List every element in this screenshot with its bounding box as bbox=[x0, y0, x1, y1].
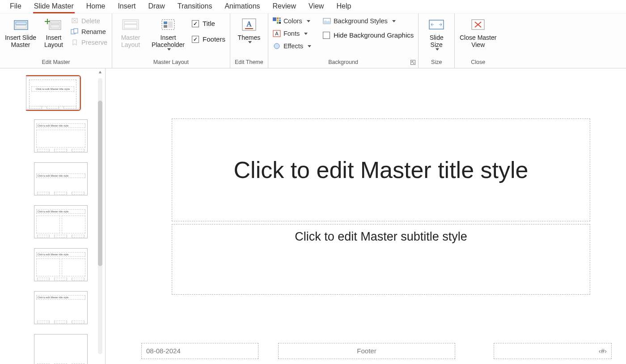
rename-button[interactable]: Rename bbox=[71, 28, 107, 36]
svg-rect-1 bbox=[16, 22, 26, 25]
background-styles-label: Background Styles bbox=[334, 17, 388, 25]
thumbnail-title-text: Click to edit Master title style bbox=[36, 209, 85, 214]
svg-rect-30 bbox=[279, 22, 281, 24]
svg-rect-18 bbox=[164, 25, 167, 28]
thumbnail-layout[interactable]: Click to edit Master title style bbox=[34, 162, 88, 195]
group-edit-master: Insert Slide Master Insert Layout Delete bbox=[0, 13, 112, 68]
svg-rect-4 bbox=[51, 22, 59, 24]
insert-placeholder-icon bbox=[159, 17, 177, 32]
tab-help[interactable]: Help bbox=[330, 0, 357, 13]
tab-animations[interactable]: Animations bbox=[218, 0, 266, 13]
date-placeholder[interactable]: 08-08-2024 bbox=[141, 343, 258, 359]
effects-icon bbox=[273, 42, 281, 50]
themes-label: Themes bbox=[238, 34, 261, 41]
effects-label: Effects bbox=[283, 42, 303, 50]
svg-rect-5 bbox=[51, 25, 59, 28]
group-close: Close Master View Close bbox=[455, 13, 501, 68]
insert-placeholder-button[interactable]: Insert Placeholder bbox=[149, 16, 187, 51]
checkbox-icon bbox=[192, 20, 199, 27]
effects-button[interactable]: Effects bbox=[273, 42, 311, 50]
hide-background-graphics-label: Hide Background Graphics bbox=[334, 31, 414, 39]
thumbnails-pane: Click to edit Master title style Click t… bbox=[0, 68, 106, 364]
checkbox-icon bbox=[192, 36, 199, 43]
delete-button: Delete bbox=[71, 17, 107, 25]
tab-insert[interactable]: Insert bbox=[111, 0, 142, 13]
workspace: Click to edit Master title style Click t… bbox=[0, 68, 626, 364]
tab-transitions[interactable]: Transitions bbox=[171, 0, 219, 13]
svg-rect-2 bbox=[16, 25, 26, 28]
background-styles-button[interactable]: Background Styles bbox=[323, 17, 414, 25]
svg-text:A: A bbox=[246, 20, 252, 28]
preserve-button: Preserve bbox=[71, 38, 107, 47]
themes-button[interactable]: AA Themes bbox=[235, 16, 263, 43]
close-master-view-button[interactable]: Close Master View bbox=[459, 16, 497, 48]
fonts-button[interactable]: A Fonts bbox=[273, 30, 311, 38]
slide-size-button[interactable]: Slide Size bbox=[423, 16, 450, 51]
background-dialog-launcher[interactable] bbox=[410, 60, 415, 66]
rename-icon bbox=[71, 28, 79, 36]
scroll-thumb[interactable] bbox=[98, 101, 102, 266]
group-size: Slide Size Size bbox=[419, 13, 455, 68]
svg-rect-25 bbox=[277, 17, 279, 19]
insert-slide-master-button[interactable]: Insert Slide Master bbox=[4, 16, 37, 48]
group-label-background: Background bbox=[273, 58, 414, 67]
master-layout-label: Master Layout bbox=[117, 34, 144, 48]
subtitle-placeholder[interactable]: Click to edit Master subtitle style bbox=[172, 224, 590, 295]
slide-number-placeholder[interactable]: ‹#› bbox=[494, 343, 612, 359]
thumbnail-layout[interactable]: Click to edit Master title style bbox=[34, 205, 88, 238]
insert-layout-icon bbox=[45, 17, 63, 32]
group-label-edit-master: Edit Master bbox=[4, 58, 107, 67]
thumbnail-layout[interactable]: Click to edit Master title style bbox=[34, 119, 88, 152]
thumbnail-layout[interactable]: Click to edit Master title style bbox=[34, 291, 88, 324]
svg-rect-15 bbox=[124, 25, 137, 28]
group-master-layout: Master Layout Insert Placeholder Title F… bbox=[112, 13, 230, 68]
close-icon bbox=[469, 17, 487, 32]
hide-background-graphics-checkbox[interactable]: Hide Background Graphics bbox=[323, 31, 414, 39]
preserve-label: Preserve bbox=[81, 39, 107, 46]
tab-file[interactable]: File bbox=[4, 0, 28, 13]
thumbnail-layout[interactable]: Click to edit Master title style bbox=[34, 248, 88, 281]
group-background: Colors A Fonts Effects bbox=[268, 13, 419, 68]
insert-placeholder-label: Insert Placeholder bbox=[149, 34, 187, 48]
insert-layout-button[interactable]: Insert Layout bbox=[41, 16, 66, 48]
subtitle-placeholder-text: Click to edit Master subtitle style bbox=[295, 230, 467, 243]
slide-canvas[interactable]: Click to edit Master title style Click t… bbox=[106, 68, 626, 364]
group-label-background-text: Background bbox=[328, 59, 358, 65]
thumbnails-scrollbar[interactable]: ▲ bbox=[95, 68, 105, 364]
ribbon-tabs: File Slide Master Home Insert Draw Trans… bbox=[0, 0, 626, 13]
thumbnails-gutter bbox=[0, 68, 26, 364]
thumbnail-title-text: Click to edit Master title style bbox=[31, 86, 74, 92]
title-placeholder[interactable]: Click to edit Master title style bbox=[172, 119, 590, 221]
group-label-edit-theme: Edit Theme bbox=[235, 58, 263, 67]
scroll-up-icon[interactable]: ▲ bbox=[97, 69, 103, 75]
tab-slide-master[interactable]: Slide Master bbox=[28, 0, 80, 13]
svg-point-33 bbox=[274, 43, 279, 49]
insert-slide-master-icon bbox=[12, 17, 30, 32]
fonts-label: Fonts bbox=[283, 30, 300, 37]
thumbnails-list[interactable]: Click to edit Master title style Click t… bbox=[26, 68, 95, 364]
group-label-master-layout: Master Layout bbox=[117, 58, 225, 67]
footer-placeholder-text: Footer bbox=[357, 347, 376, 355]
colors-button[interactable]: Colors bbox=[273, 17, 311, 25]
tab-review[interactable]: Review bbox=[266, 0, 302, 13]
footer-placeholder[interactable]: Footer bbox=[278, 343, 455, 359]
tab-view[interactable]: View bbox=[302, 0, 330, 13]
insert-layout-label: Insert Layout bbox=[41, 34, 66, 48]
slide-size-icon bbox=[427, 17, 445, 32]
footers-checkbox[interactable]: Footers bbox=[192, 35, 225, 43]
svg-rect-29 bbox=[277, 22, 279, 24]
ribbon: Insert Slide Master Insert Layout Delete bbox=[0, 13, 626, 68]
master-layout-button: Master Layout bbox=[117, 16, 144, 48]
date-placeholder-text: 08-08-2024 bbox=[146, 347, 181, 355]
thumbnail-slide-master[interactable]: Click to edit Master title style bbox=[26, 76, 80, 110]
title-checkbox[interactable]: Title bbox=[192, 20, 225, 27]
preserve-icon bbox=[71, 38, 79, 47]
tab-draw[interactable]: Draw bbox=[142, 0, 171, 13]
colors-icon bbox=[273, 17, 281, 25]
thumbnail-layout[interactable] bbox=[34, 334, 88, 364]
checkbox-icon bbox=[323, 32, 330, 39]
tab-home[interactable]: Home bbox=[80, 0, 112, 13]
svg-rect-12 bbox=[74, 29, 78, 33]
svg-rect-26 bbox=[279, 17, 281, 19]
thumbnail-title-text: Click to edit Master title style bbox=[36, 295, 85, 300]
